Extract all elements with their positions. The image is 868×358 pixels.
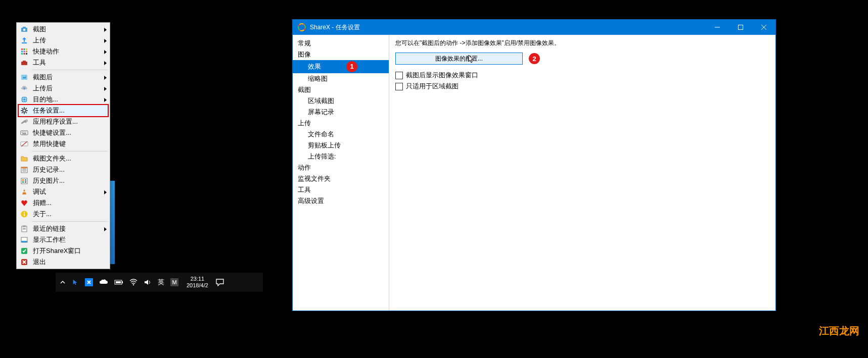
tree-item[interactable]: 文件命名 — [293, 129, 389, 140]
menu-item-label: 应用程序设置... — [33, 117, 107, 126]
svg-rect-12 — [26, 53, 27, 55]
menu-item-folder[interactable]: 截图文件夹... — [18, 153, 109, 164]
menu-item-wrench[interactable]: 应用程序设置... — [18, 116, 109, 127]
tree-item[interactable]: 上传 — [293, 118, 389, 129]
svg-rect-8 — [24, 51, 25, 53]
submenu-arrow-icon — [104, 59, 107, 67]
submenu-arrow-icon — [104, 188, 107, 196]
tray-volume-icon[interactable] — [144, 279, 152, 286]
check-icon — [20, 246, 29, 255]
tree-item[interactable]: 截图 — [293, 84, 389, 95]
menu-separator — [32, 221, 108, 222]
tray-battery-icon[interactable] — [114, 279, 123, 285]
menu-item-heart[interactable]: 捐赠... — [18, 197, 109, 209]
tray-chevron-up-icon[interactable] — [60, 279, 66, 285]
tray-wifi-icon[interactable] — [129, 279, 138, 286]
system-tray: 英 M — [56, 278, 182, 287]
tree-item[interactable]: 工具 — [293, 184, 389, 195]
svg-text:M: M — [172, 279, 176, 285]
svg-rect-41 — [21, 167, 27, 168]
menu-item-label: 快捷键设置... — [33, 128, 107, 137]
tree-item[interactable]: 高级设置 — [293, 195, 389, 207]
svg-rect-6 — [26, 48, 27, 50]
svg-rect-46 — [25, 181, 26, 183]
after-upload-icon — [20, 84, 29, 93]
exit-icon — [20, 258, 29, 267]
tree-item[interactable]: 动作 — [293, 162, 389, 173]
menu-item-grid[interactable]: 快捷动作 — [18, 46, 109, 57]
taskbar-clock[interactable]: 23:11 2018/4/2 — [187, 276, 208, 289]
image-effects-config-button[interactable]: 图像效果的配置... — [395, 53, 523, 65]
menu-item-toolbox[interactable]: 工具 — [18, 57, 109, 68]
menu-item-after-capture[interactable]: 截图后 — [18, 72, 109, 83]
callout-badge-2: 2 — [529, 53, 540, 64]
menu-item-info[interactable]: 关于... — [18, 209, 109, 220]
tray-cursor-icon[interactable] — [72, 279, 79, 286]
window-caption-buttons — [706, 20, 775, 35]
tree-item[interactable]: 上传筛选: — [293, 151, 389, 162]
menu-item-exit[interactable]: 退出 — [18, 257, 109, 268]
menu-item-after-upload[interactable]: 上传后 — [18, 83, 109, 94]
settings-content-panel: 您可以在"截图后的动作 ->添加图像效果"启用/禁用图像效果。 图像效果的配置.… — [389, 35, 775, 311]
menu-item-label: 历史记录... — [33, 165, 107, 174]
menu-item-keyboard[interactable]: 快捷键设置... — [18, 127, 109, 138]
tray-app-icon[interactable] — [85, 278, 93, 286]
window-title: ShareX - 任务设置 — [310, 23, 360, 32]
menu-item-clipboard[interactable]: 最近的链接 — [18, 223, 109, 234]
tray-onedrive-icon[interactable] — [99, 279, 108, 285]
tree-item[interactable]: 监视文件夹 — [293, 173, 389, 184]
menu-item-cone[interactable]: 调试 — [18, 186, 109, 197]
tree-item[interactable]: 剪贴板上传 — [293, 140, 389, 151]
menu-item-check[interactable]: 打开ShareX窗口 — [18, 245, 109, 257]
menu-item-label: 最近的链接 — [33, 224, 104, 233]
svg-rect-3 — [22, 42, 27, 43]
checkbox-icon — [395, 83, 403, 90]
menu-item-upload[interactable]: 上传 — [18, 35, 109, 46]
svg-line-27 — [26, 108, 27, 109]
tree-item[interactable]: 区域截图 — [293, 95, 389, 107]
window-titlebar[interactable]: ShareX - 任务设置 — [293, 20, 775, 35]
menu-separator — [32, 151, 108, 151]
action-center-icon[interactable] — [211, 273, 229, 292]
menu-item-label: 快捷动作 — [33, 47, 104, 56]
maximize-button[interactable] — [729, 20, 752, 35]
settings-tree[interactable]: 常规图像效果1缩略图截图区域截图屏幕记录上传文件命名剪贴板上传上传筛选:动作监视… — [293, 35, 389, 311]
menu-item-bar[interactable]: 显示工作栏 — [18, 234, 109, 245]
tree-item[interactable]: 缩略图 — [293, 73, 389, 84]
clipboard-icon — [20, 224, 29, 233]
menu-item-no-key[interactable]: 禁用快捷键 — [18, 138, 109, 149]
images-icon — [20, 176, 29, 185]
svg-rect-70 — [739, 25, 743, 30]
svg-line-28 — [22, 112, 23, 113]
close-button[interactable] — [752, 20, 775, 35]
clock-date: 2018/4/2 — [187, 282, 208, 289]
tree-item[interactable]: 常规 — [293, 38, 389, 49]
menu-item-label: 打开ShareX窗口 — [33, 246, 107, 255]
sharex-logo-icon — [297, 22, 307, 32]
tree-item[interactable]: 屏幕记录 — [293, 107, 389, 118]
menu-item-images[interactable]: 历史图片... — [18, 175, 109, 186]
heart-icon — [20, 198, 29, 208]
svg-rect-34 — [22, 133, 26, 134]
windows-taskbar-right: 英 M 23:11 2018/4/2 — [56, 273, 263, 292]
folder-icon — [20, 154, 29, 163]
checkbox-show-effects-window[interactable]: 截图后显示图像效果窗口 — [395, 70, 769, 81]
tree-item[interactable]: 图像 — [293, 49, 389, 60]
wrench-icon — [20, 117, 29, 126]
menu-item-capture[interactable]: 截图 — [18, 24, 109, 35]
tray-m-icon[interactable]: M — [170, 278, 178, 286]
menu-item-history[interactable]: 历史记录... — [18, 164, 109, 175]
minimize-button[interactable] — [706, 20, 729, 35]
svg-point-17 — [21, 96, 27, 103]
checkbox-region-capture-only[interactable]: 只适用于区域截图 — [395, 81, 769, 92]
svg-rect-62 — [116, 281, 121, 283]
tray-ime-indicator[interactable]: 英 — [158, 278, 164, 287]
keyboard-icon — [20, 128, 29, 137]
svg-rect-10 — [21, 53, 23, 55]
svg-rect-1 — [23, 27, 26, 28]
submenu-arrow-icon — [104, 37, 107, 44]
menu-item-gear[interactable]: 任务设置... — [18, 104, 109, 117]
checkbox-label: 截图后显示图像效果窗口 — [406, 71, 478, 80]
tree-item[interactable]: 效果1 — [293, 60, 389, 73]
menu-item-globe[interactable]: 目的地... — [18, 94, 109, 105]
